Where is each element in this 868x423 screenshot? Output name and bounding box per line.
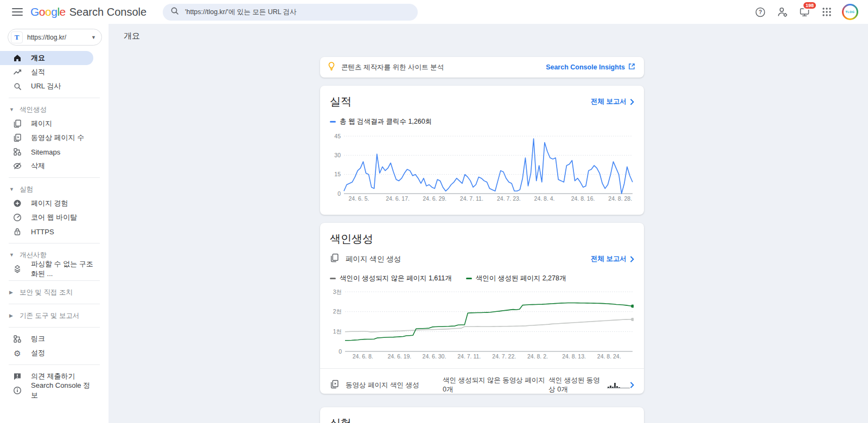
performance-card: 실적 전체 보고서 총 웹 검색결과 클릭수 1,260회 015304524.… (320, 86, 644, 215)
insights-banner-text: 콘텐츠 제작자를 위한 사이트 분석 (341, 63, 444, 72)
sidebar-nav: T https://tlog.kr/ ▼ 개요 실적 URL 검사 ▼ 색인생성… (0, 24, 108, 423)
google-apps-grid-button[interactable] (820, 5, 834, 19)
search-icon (170, 7, 179, 17)
notifications-button[interactable]: 198 (797, 5, 812, 19)
chevron-expanded-icon: ▼ (9, 252, 14, 258)
svg-text:24. 8. 2.: 24. 8. 2. (527, 353, 548, 360)
sidebar-section-legacy-tools[interactable]: ▶ 기존 도구 및 보고서 (0, 309, 108, 323)
sidebar-divider (9, 280, 100, 281)
sidebar-item-core-web-vitals[interactable]: 코어 웹 바이탈 (0, 210, 93, 225)
search-icon (13, 82, 22, 91)
avatar-label: TLOG (844, 5, 857, 18)
sidebar-item-video-pages[interactable]: 동영상 페이지 수 (0, 131, 93, 145)
performance-card-title: 실적 (330, 94, 352, 109)
video-indexing-row[interactable]: 동영상 페이지 색인 생성 색인 생성되지 않은 동영상 페이지 0개 색인 생… (330, 376, 634, 394)
sidebar-item-about[interactable]: Search Console 정보 (0, 383, 93, 398)
experience-card: 실험 (320, 407, 644, 423)
svg-text:24. 8. 4.: 24. 8. 4. (534, 195, 555, 202)
legend-dash-green (466, 278, 472, 279)
indexing-full-report-link[interactable]: 전체 보고서 (591, 254, 634, 264)
svg-text:0: 0 (337, 190, 341, 197)
sidebar-section-indexing[interactable]: ▼ 색인생성 (0, 102, 108, 117)
sidebar-item-https[interactable]: HTTPS (0, 225, 93, 239)
gear-icon: ⚙ (13, 349, 22, 357)
lightbulb-icon (327, 61, 336, 73)
video-not-indexed-stat: 색인 생성되지 않은 동영상 페이지 0개 (443, 376, 548, 394)
sidebar-divider (9, 327, 100, 328)
trending-up-icon (13, 68, 22, 76)
sidebar-item-sitemaps[interactable]: Sitemaps (0, 145, 93, 159)
legend-dash-gray (330, 278, 336, 279)
sidebar-divider (9, 304, 100, 304)
sidebar-item-unparsable-structured-data[interactable]: 파싱할 수 없는 구조화된 ... (0, 262, 93, 276)
search-console-insights-link[interactable]: Search Console Insights (546, 63, 635, 72)
svg-text:30: 30 (334, 152, 341, 158)
url-inspection-search-input[interactable]: 'https://tlog.kr/'에 있는 모든 URL 검사 (163, 4, 418, 21)
sidebar-section-experience[interactable]: ▼ 실험 (0, 182, 108, 196)
svg-text:24. 6. 17.: 24. 6. 17. (386, 195, 410, 202)
home-icon (13, 54, 22, 62)
svg-text:24. 7. 11.: 24. 7. 11. (457, 353, 481, 360)
sidebar-divider (9, 177, 100, 178)
sidebar-item-links[interactable]: 링크 (0, 332, 93, 346)
svg-text:24. 7. 11.: 24. 7. 11. (460, 195, 483, 202)
legend-dash-blue (330, 121, 336, 123)
account-avatar[interactable]: TLOG (842, 4, 858, 20)
sidebar-item-pages[interactable]: 페이지 (0, 117, 93, 131)
svg-text:24. 7. 22.: 24. 7. 22. (492, 353, 516, 360)
video-indexing-sparkline (607, 381, 630, 389)
chevron-right-icon[interactable] (630, 382, 634, 388)
help-button[interactable]: ? (753, 5, 767, 19)
chevron-down-icon: ▼ (91, 35, 96, 40)
page-indexing-subtitle: 페이지 색인 생성 (346, 254, 401, 264)
external-link-icon (628, 63, 635, 72)
sidebar-divider (9, 364, 100, 365)
video-indexed-stat: 색인 생성된 동영상 0개 (548, 376, 605, 394)
sidebar-item-removals[interactable]: 삭제 (0, 159, 93, 173)
performance-full-report-link[interactable]: 전체 보고서 (591, 97, 634, 106)
sidebar-item-url-inspection[interactable]: URL 검사 (0, 79, 93, 93)
svg-text:?: ? (758, 9, 762, 15)
legend-clicks: 총 웹 검색결과 클릭수 1,260회 (330, 117, 432, 126)
legend-indexed: 색인이 생성된 페이지 2,278개 (466, 274, 566, 283)
indexing-card: 색인생성 페이지 색인 생성 전체 보고서 색인이 생성되지 않은 페이 (320, 223, 644, 394)
page-title: 개요 (124, 31, 868, 41)
performance-line-chart: 015304524. 6. 5.24. 6. 17.24. 6. 29.24. … (330, 131, 634, 202)
svg-text:45: 45 (334, 133, 341, 139)
sidebar-section-security-manual-actions[interactable]: ▶ 보안 및 직접 조치 (0, 285, 108, 299)
chevron-collapsed-icon: ▶ (9, 290, 14, 295)
hamburger-menu-icon[interactable] (12, 8, 23, 16)
property-selector[interactable]: T https://tlog.kr/ ▼ (8, 29, 102, 46)
topbar-actions: ? 198 TLOG (753, 4, 858, 20)
experience-card-title: 실험 (330, 417, 352, 423)
sidebar-divider (9, 243, 100, 243)
svg-text:15: 15 (334, 171, 341, 177)
chevron-expanded-icon: ▼ (9, 107, 14, 112)
notification-count-badge: 198 (802, 1, 817, 10)
sidebar-item-settings[interactable]: ⚙ 설정 (0, 346, 93, 360)
pages-icon (13, 119, 22, 128)
app-title: Search Console (69, 6, 146, 18)
svg-text:1천: 1천 (333, 328, 342, 335)
main-content: 개요 콘텐츠 제작자를 위한 사이트 분석 Search Console Ins… (108, 24, 868, 423)
svg-text:2천: 2천 (333, 308, 342, 315)
user-settings-button[interactable] (775, 5, 789, 19)
app-logo[interactable]: Google Search Console (30, 5, 146, 18)
sidebar-item-performance[interactable]: 실적 (0, 65, 93, 79)
indexing-legend: 색인이 생성되지 않은 페이지 1,611개 색인이 생성된 페이지 2,278… (330, 274, 634, 283)
structured-data-icon (13, 265, 22, 273)
video-pages-icon (13, 133, 22, 142)
sidebar-divider (9, 98, 100, 98)
sidebar-item-page-experience[interactable]: 페이지 경험 (0, 196, 93, 210)
legend-not-indexed: 색인이 생성되지 않은 페이지 1,611개 (330, 274, 452, 283)
video-pages-icon (330, 380, 339, 390)
speedometer-icon (13, 213, 22, 222)
svg-text:24. 6. 8.: 24. 6. 8. (353, 353, 373, 360)
sidebar-item-overview[interactable]: 개요 (0, 51, 93, 65)
video-indexing-label: 동영상 페이지 색인 생성 (346, 381, 443, 390)
google-logo: Google (30, 5, 66, 18)
top-bar: Google Search Console 'https://tlog.kr/'… (0, 0, 868, 24)
svg-text:24. 8. 13.: 24. 8. 13. (562, 353, 586, 360)
svg-text:24. 6. 29.: 24. 6. 29. (423, 195, 446, 202)
performance-legend: 총 웹 검색결과 클릭수 1,260회 (330, 117, 634, 126)
